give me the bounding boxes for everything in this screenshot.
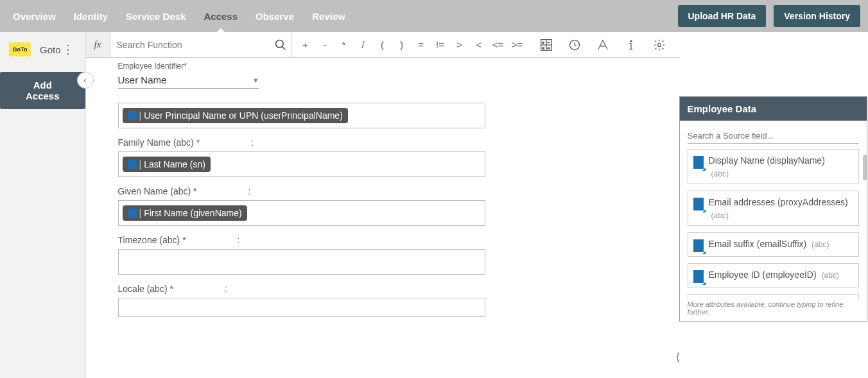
- source-item-displayname[interactable]: Display Name (displayName)(abc): [688, 149, 859, 184]
- op-gte[interactable]: >=: [508, 39, 526, 50]
- nav-tab-access[interactable]: Access: [204, 2, 238, 31]
- op-div[interactable]: /: [354, 39, 372, 50]
- chip-upn[interactable]: | User Principal Name or UPN (userPrinci…: [123, 108, 348, 123]
- chip-label: Last Name (sn): [144, 159, 205, 169]
- chip-label: User Principal Name or UPN (userPrincipa…: [144, 110, 343, 121]
- source-item-label: Employee ID (employeeID): [709, 270, 817, 280]
- source-field-icon: [693, 156, 704, 169]
- chevron-down-icon: ▼: [252, 76, 259, 84]
- panel-title: Employee Data: [680, 97, 867, 121]
- source-field-icon: [693, 239, 704, 252]
- scrollbar-thumb[interactable]: [863, 155, 867, 180]
- operator-bar: + - * / ( ) = != > < <= >=: [291, 39, 526, 50]
- op-rparen[interactable]: ): [393, 39, 411, 50]
- source-item-label: Display Name (displayName): [709, 155, 825, 166]
- add-access-button[interactable]: Add Access: [0, 72, 85, 109]
- type-badge: (abc): [821, 271, 838, 280]
- nav-tab-identity[interactable]: Identity: [74, 2, 108, 31]
- kebab-menu-icon[interactable]: ⋮: [62, 42, 74, 56]
- add-field-button[interactable]: +: [677, 350, 679, 365]
- field-givenname[interactable]: | First Name (givenName): [118, 200, 485, 226]
- field-upn[interactable]: | User Principal Name or UPN (userPrinci…: [118, 103, 485, 128]
- employee-identifier-label: Employee Identifier*: [118, 62, 660, 71]
- svg-text:+: +: [542, 40, 544, 44]
- source-item-employeeid[interactable]: Employee ID (employeeID) (abc): [688, 263, 859, 288]
- main-area: fx + - * / ( ) = != > < <= >=: [86, 32, 868, 378]
- op-mult[interactable]: *: [335, 39, 353, 50]
- chevron-left-icon: ‹: [84, 76, 87, 85]
- upload-hr-data-button[interactable]: Upload HR Data: [678, 5, 767, 27]
- svg-text:−: −: [547, 40, 550, 44]
- op-plus[interactable]: +: [297, 39, 315, 50]
- svg-point-0: [276, 40, 284, 47]
- op-eq[interactable]: =: [412, 39, 430, 50]
- svg-text:=: =: [547, 46, 550, 49]
- op-lt[interactable]: <: [470, 39, 488, 50]
- source-field-icon: [693, 270, 704, 283]
- colon-sep: :: [248, 186, 250, 196]
- sidebar-app-row[interactable]: GoTo Goto ⋮: [0, 32, 85, 67]
- source-item-emailsuffix[interactable]: Email suffix (emailSuffix) (abc): [688, 232, 859, 257]
- dropdown-selected-value: User Name: [118, 74, 167, 85]
- svg-point-14: [657, 43, 661, 46]
- nav-tab-observe[interactable]: Observe: [256, 2, 294, 31]
- employee-identifier-dropdown[interactable]: User Name ▼: [118, 72, 259, 89]
- toolbar-icons: +−×=: [526, 38, 679, 52]
- colon-sep: :: [251, 137, 254, 148]
- type-badge: (abc): [711, 211, 729, 220]
- field-label-familyname: Family Name (abc) *: [118, 137, 200, 148]
- source-field-icon: [128, 111, 137, 120]
- sidebar: GoTo Goto ⋮ Add Access ‹: [0, 32, 86, 378]
- source-item-proxyaddresses[interactable]: Email addresses (proxyAddresses) (abc): [688, 191, 859, 226]
- info-icon[interactable]: [624, 38, 638, 52]
- svg-point-10: [630, 40, 632, 42]
- goto-logo-icon: GoTo: [9, 42, 31, 56]
- chip-label: First Name (givenName): [144, 208, 241, 218]
- colon-sep: :: [238, 235, 240, 245]
- field-familyname[interactable]: | Last Name (sn): [118, 151, 485, 177]
- field-timezone[interactable]: [118, 249, 485, 275]
- top-nav: Overview Identity Service Desk Access Ob…: [0, 0, 868, 32]
- search-icon[interactable]: [271, 32, 291, 57]
- source-item-label: Email suffix (emailSuffix): [709, 239, 807, 249]
- nav-actions: Upload HR Data Version History: [678, 5, 861, 27]
- source-field-search-input[interactable]: [688, 128, 859, 144]
- svg-line-1: [282, 46, 286, 49]
- nav-tab-servicedesk[interactable]: Service Desk: [126, 2, 186, 31]
- clock-icon[interactable]: [568, 38, 582, 52]
- op-lparen[interactable]: (: [374, 39, 392, 50]
- settings-gear-icon[interactable]: [652, 38, 666, 52]
- op-lte[interactable]: <=: [489, 39, 507, 50]
- field-label-locale: Locale (abc) *: [118, 284, 173, 294]
- search-function-input[interactable]: [110, 35, 271, 55]
- source-item-label: Email addresses (proxyAddresses): [709, 197, 848, 207]
- field-label-givenname: Given Name (abc) *: [118, 186, 197, 196]
- field-locale[interactable]: [118, 298, 485, 317]
- formula-bar: fx + - * / ( ) = != > < <= >=: [86, 32, 679, 58]
- chip-firstname[interactable]: | First Name (givenName): [123, 205, 247, 221]
- chip-lastname[interactable]: | Last Name (sn): [123, 157, 211, 172]
- employee-data-panel: Employee Data Display Name (displayName)…: [679, 96, 867, 322]
- more-attributes-note: More attributes available, continue typi…: [680, 300, 867, 320]
- fx-label: fx: [86, 32, 110, 57]
- source-field-icon: [128, 160, 137, 169]
- nav-tab-review[interactable]: Review: [312, 2, 345, 31]
- mapping-form: | User Principal Name or UPN (userPrinci…: [118, 103, 660, 317]
- type-badge: (abc): [711, 169, 729, 178]
- op-neq[interactable]: !=: [431, 39, 449, 50]
- collapse-sidebar-button[interactable]: ‹: [77, 72, 94, 89]
- grid-icon[interactable]: +−×=: [539, 38, 553, 52]
- source-field-icon: [128, 209, 137, 218]
- source-field-list: Display Name (displayName)(abc) Email ad…: [680, 149, 867, 321]
- source-field-icon: [693, 198, 704, 210]
- version-history-button[interactable]: Version History: [774, 5, 860, 27]
- nav-tab-overview[interactable]: Overview: [13, 2, 56, 31]
- sidebar-app-name: Goto: [40, 44, 61, 55]
- nav-tabs: Overview Identity Service Desk Access Ob…: [13, 2, 345, 31]
- op-minus[interactable]: -: [316, 39, 334, 50]
- field-label-timezone: Timezone (abc) *: [118, 235, 186, 245]
- font-icon[interactable]: [596, 38, 610, 52]
- op-gt[interactable]: >: [451, 39, 469, 50]
- colon-sep: :: [225, 284, 227, 294]
- type-badge: (abc): [812, 240, 829, 249]
